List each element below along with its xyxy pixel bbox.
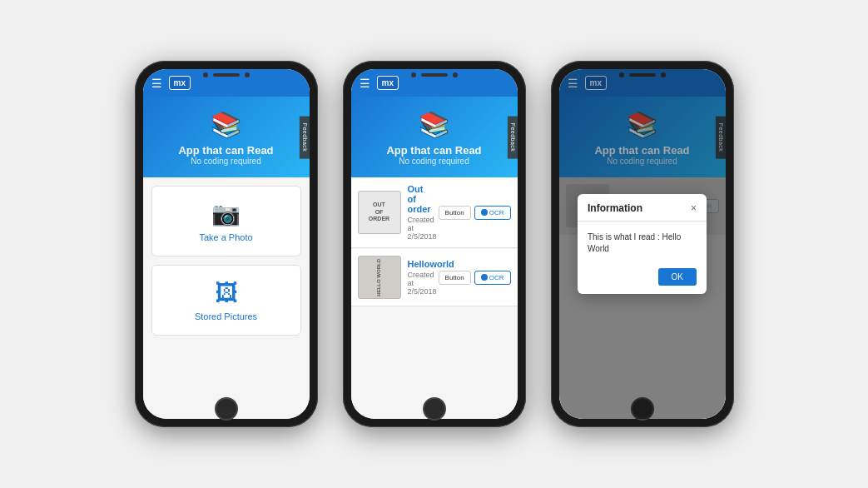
phone-2-camera-2 [453,72,458,77]
modal-footer: OK [578,263,707,294]
ocr-circle-1 [481,274,488,281]
phone-1-camera [203,72,208,77]
button-btn-1[interactable]: Button [439,271,471,285]
phone-1-home-button[interactable] [215,397,238,421]
phone-1: ☰ mx 📚 App that can Read No coding requi… [135,61,318,427]
picture-item-1: HELLO WORLD Helloworld Created at 2/5/20… [351,249,518,306]
take-photo-label: Take a Photo [199,232,252,242]
picture-info-0: Out of order Created at 2/5/2018 [408,184,432,241]
phone-3-screen: ☰ mx 📚 App that can Read No coding requi… [559,69,726,419]
feedback-tab-2[interactable]: Feedback [508,116,518,158]
phone-1-hero-banner: 📚 App that can Read No coding required F… [143,97,310,177]
phone-1-camera-2 [245,72,250,77]
hero-subtitle-2: No coding required [399,157,469,166]
modal-body: This is what I read : Hello World [578,222,707,263]
ocr-label-0: OCR [489,209,504,217]
phone-2-top-bar [411,72,458,77]
stored-pictures-label: Stored Pictures [195,311,257,321]
ocr-circle-0 [481,209,488,216]
modal-ok-button[interactable]: OK [658,268,697,286]
phone-3: ☰ mx 📚 App that can Read No coding requi… [551,61,734,427]
phone-1-screen: ☰ mx 📚 App that can Read No coding requi… [143,69,310,419]
feedback-tab-1[interactable]: Feedback [300,116,310,158]
hero-title-2: App that can Read [386,144,481,157]
phone-2-home-button[interactable] [423,397,446,421]
information-modal: Information × This is what I read : Hell… [578,194,707,294]
modal-title: Information [588,202,642,214]
picture-thumb-0: OUTOFORDER [358,191,401,234]
logo-box-2: mx [377,76,399,90]
picture-name-0: Out of order [408,184,432,214]
modal-header: Information × [578,194,707,222]
phone-2-speaker [421,73,448,77]
picture-actions-1: Button OCR [439,271,511,285]
hamburger-icon-2[interactable]: ☰ [360,77,370,90]
hamburger-icon-1[interactable]: ☰ [151,77,162,90]
phone-1-top-bar [203,72,250,77]
phone-1-speaker [213,73,240,77]
modal-close-button[interactable]: × [691,203,697,213]
phones-container: ☰ mx 📚 App that can Read No coding requi… [118,44,751,444]
phone-2: ☰ mx 📚 App that can Read No coding requi… [343,61,526,427]
picture-thumb-1: HELLO WORLD [358,256,401,299]
ocr-label-1: OCR [489,274,504,281]
hero-title-1: App that can Read [178,144,273,157]
picture-item-0: OUTOFORDER Out of order Created at 2/5/2… [351,177,518,248]
picture-list: OUTOFORDER Out of order Created at 2/5/2… [351,177,518,419]
hero-icon-2: 📚 [419,110,449,139]
stored-pictures-card[interactable]: 🖼 Stored Pictures [151,265,301,336]
gallery-icon: 🖼 [215,279,238,306]
camera-icon: 📷 [211,200,241,227]
picture-name-1: Helloworld [408,259,432,269]
picture-actions-0: Button OCR [439,206,511,220]
logo-box-1: mx [169,76,191,90]
phone-2-hero-banner: 📚 App that can Read No coding required F… [351,97,518,177]
picture-date-1: Created at 2/5/2018 [408,271,432,296]
phone-2-camera [411,72,416,77]
button-btn-0[interactable]: Button [439,206,471,220]
picture-info-1: Helloworld Created at 2/5/2018 [408,259,432,296]
ocr-btn-0[interactable]: OCR [474,206,511,220]
take-photo-card[interactable]: 📷 Take a Photo [151,186,301,256]
ocr-btn-1[interactable]: OCR [474,271,511,285]
picture-date-0: Created at 2/5/2018 [408,216,432,241]
modal-overlay: Information × This is what I read : Hell… [559,69,726,419]
hero-subtitle-1: No coding required [191,157,261,166]
phone-1-content: 📷 Take a Photo 🖼 Stored Pictures [143,177,310,419]
hero-icon-1: 📚 [211,110,241,139]
phone-2-screen: ☰ mx 📚 App that can Read No coding requi… [351,69,518,419]
